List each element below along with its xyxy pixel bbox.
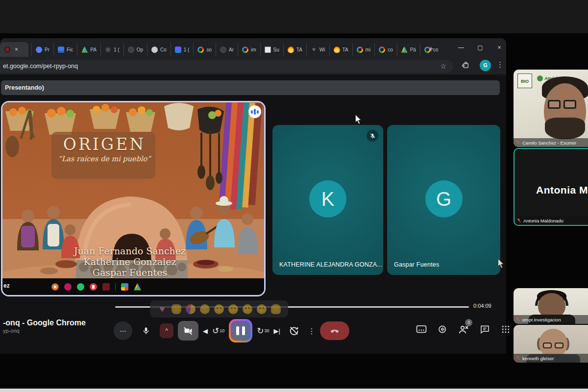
participant-name: KATHERINE ALEJANDRA GONZA... (279, 261, 382, 268)
tab-label: 1 ( (114, 47, 120, 52)
browser-tab[interactable]: Fic (53, 43, 77, 56)
browser-tab[interactable]: mi (352, 43, 375, 56)
tab-label: Pr (45, 47, 49, 52)
tab-favicon (357, 47, 363, 53)
chat-icon[interactable] (479, 323, 490, 335)
slide-author-names: Juan Fernando Sanchez Katherine Gonzalez… (22, 245, 238, 278)
glasses (548, 100, 576, 109)
taskbar-app-icon (51, 283, 59, 291)
filmstrip-tile-empr[interactable]: empr.investigacion (514, 288, 588, 324)
tab-label: so (206, 47, 212, 52)
tab-label: Wi (319, 47, 325, 52)
presenter-name-fragment: ez (3, 282, 10, 289)
filmstrip-tile-antonia[interactable]: Antonia M Antonia Maldonado (514, 148, 588, 226)
browser-tab[interactable]: Pr (31, 43, 53, 56)
participant-name: Gaspar Fuentes (394, 261, 439, 268)
browser-tab[interactable]: Wi (306, 43, 329, 56)
reaction-emoji[interactable] (200, 304, 210, 314)
participant-avatar: G (425, 180, 463, 218)
participant-label: Antonia Maldonado (514, 216, 588, 225)
browser-tab[interactable]: PA (77, 43, 100, 56)
presenting-banner-text: Presentando) (1, 84, 44, 91)
skip-previous-icon[interactable]: ◀ (203, 327, 208, 335)
glasses (543, 343, 564, 348)
tab-favicon (265, 47, 271, 53)
replay-10-button[interactable]: ↺10 (212, 326, 224, 336)
tab-label: Op (137, 47, 143, 52)
reaction-emoji[interactable] (228, 304, 238, 314)
participant-tile-gaspar[interactable]: G Gaspar Fuentes (387, 125, 500, 275)
browser-tab[interactable]: im (238, 43, 260, 56)
captions-icon[interactable] (416, 323, 427, 335)
mouse-cursor (354, 115, 362, 124)
more-vertical-icon[interactable]: ⋮ (308, 326, 316, 336)
browser-tab[interactable]: 1 ( (100, 43, 123, 56)
speaker-icon[interactable] (437, 323, 448, 335)
apps-grid-icon[interactable] (500, 323, 512, 335)
browser-tab[interactable]: TA (283, 43, 306, 56)
filmstrip-tile-kenneth[interactable]: kenneth gleiser (514, 325, 588, 363)
reaction-emoji[interactable] (214, 304, 224, 314)
reaction-emoji[interactable] (257, 304, 267, 314)
browser-tab[interactable]: Ar (216, 43, 238, 56)
skip-next-icon[interactable]: ▶| (274, 327, 280, 335)
filmstrip-tile-camilo[interactable]: BIO América Camilo Sanchez - Esumer (514, 70, 588, 147)
camera-off-button[interactable] (178, 321, 198, 341)
mouse-cursor-2 (497, 259, 505, 269)
new-tab-button[interactable]: + (429, 45, 433, 53)
gesture-off-button[interactable] (285, 321, 303, 340)
browser-menu-icon[interactable]: ⋮ (496, 60, 504, 69)
reaction-emoji[interactable] (186, 304, 196, 314)
playback-timer: 0:04:09 (473, 303, 491, 309)
url-text[interactable]: et.google.com/pet-rpyp-onq (0, 63, 440, 70)
slide-subtitle: “Las raíces de mi pueblo” (55, 155, 153, 163)
slide-title-box: ORIGEN “Las raíces de mi pueblo” (55, 135, 153, 163)
tab-label: Su (273, 47, 279, 52)
more-options-button[interactable]: ⋯ (114, 321, 132, 340)
browser-tab[interactable]: Co (147, 43, 171, 56)
maximize-button[interactable]: ▢ (475, 44, 486, 51)
reaction-emoji[interactable] (243, 304, 252, 314)
forward-30-button[interactable]: ↻30 (257, 326, 269, 336)
browser-tab[interactable]: 1 ( (171, 43, 194, 56)
browser-tab[interactable]: so (193, 43, 216, 56)
tab-favicon (175, 47, 181, 53)
tab-close-icon[interactable]: × (15, 46, 18, 53)
participant-avatar: K (309, 180, 346, 218)
tab-favicon (58, 47, 64, 53)
participants-count-badge: 3 (465, 319, 472, 326)
profile-avatar[interactable]: G (480, 60, 491, 71)
reaction-emoji[interactable] (172, 304, 181, 314)
minimize-button[interactable]: — (456, 44, 466, 51)
browser-tab[interactable]: Pá (397, 43, 420, 56)
microphone-button[interactable] (137, 321, 155, 340)
extensions-icon[interactable] (461, 61, 470, 70)
participant-tile-katherine[interactable]: K KATHERINE ALEJANDRA GONZA... (272, 125, 383, 275)
browser-tab[interactable]: TA (329, 43, 352, 56)
desktop-top-strip (0, 0, 588, 33)
pause-button[interactable] (229, 319, 252, 343)
pinned-tab[interactable]: × (0, 42, 28, 57)
reaction-emoji[interactable] (271, 304, 281, 314)
presentation-slide: ORIGEN “Las raíces de mi pueblo” Juan Fe… (2, 102, 264, 278)
presentation-tile[interactable]: ORIGEN “Las raíces de mi pueblo” Juan Fe… (1, 101, 266, 296)
close-button[interactable]: × (494, 44, 505, 51)
tab-favicon (197, 47, 204, 53)
tab-label: Pá (410, 47, 416, 52)
camera-expand-button[interactable]: ^ (160, 323, 173, 338)
browser-tab[interactable]: co (374, 43, 397, 56)
mic-muted-icon (367, 130, 378, 142)
tab-label: co (388, 47, 393, 52)
address-bar[interactable]: et.google.com/pet-rpyp-onq ☆ (0, 60, 453, 73)
end-call-button[interactable] (320, 321, 349, 340)
reaction-emoji[interactable] (157, 304, 167, 314)
taskbar-app-icon (102, 283, 110, 291)
meeting-panels-icons: 3 (416, 323, 512, 335)
slide-title: ORIGEN (55, 135, 153, 154)
tab-favicon (220, 47, 226, 53)
participant-label: empr.investigacion (514, 315, 588, 324)
browser-tab[interactable]: Op (123, 43, 147, 56)
participants-icon[interactable]: 3 (458, 323, 469, 335)
browser-tab[interactable]: Su (260, 43, 283, 56)
bookmark-star-icon[interactable]: ☆ (440, 62, 453, 70)
